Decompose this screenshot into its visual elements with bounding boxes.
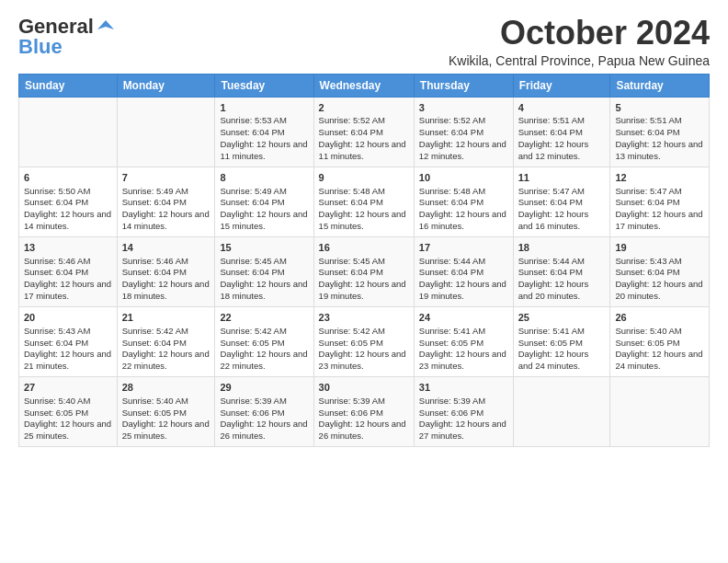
calendar-cell: 29Sunrise: 5:39 AMSunset: 6:06 PMDayligh… <box>215 376 313 446</box>
calendar-page: General Blue October 2024 Kwikila, Centr… <box>0 0 728 563</box>
day-number: 27 <box>24 381 112 395</box>
day-number: 31 <box>419 381 508 395</box>
day-number: 11 <box>518 171 606 185</box>
calendar-cell: 2Sunrise: 5:52 AMSunset: 6:04 PMDaylight… <box>313 97 414 167</box>
calendar-cell <box>117 97 215 167</box>
header-tuesday: Tuesday <box>215 74 313 97</box>
day-number: 19 <box>615 241 704 255</box>
calendar-week-5: 27Sunrise: 5:40 AMSunset: 6:05 PMDayligh… <box>19 376 710 446</box>
day-number: 6 <box>24 171 112 185</box>
day-number: 10 <box>419 171 508 185</box>
calendar-cell: 8Sunrise: 5:49 AMSunset: 6:04 PMDaylight… <box>215 167 313 236</box>
calendar-cell: 26Sunrise: 5:40 AMSunset: 6:05 PMDayligh… <box>610 306 710 376</box>
calendar-cell: 1Sunrise: 5:53 AMSunset: 6:04 PMDaylight… <box>215 97 313 167</box>
day-number: 2 <box>319 101 409 115</box>
day-number: 18 <box>518 241 606 255</box>
title-block: October 2024 Kwikila, Central Province, … <box>449 15 710 68</box>
day-number: 13 <box>24 241 112 255</box>
day-number: 28 <box>122 381 210 395</box>
day-number: 30 <box>319 381 409 395</box>
calendar-week-3: 13Sunrise: 5:46 AMSunset: 6:04 PMDayligh… <box>19 236 710 306</box>
calendar-cell: 21Sunrise: 5:42 AMSunset: 6:04 PMDayligh… <box>117 306 215 376</box>
calendar-cell: 19Sunrise: 5:43 AMSunset: 6:04 PMDayligh… <box>610 236 710 306</box>
day-number: 7 <box>122 171 210 185</box>
calendar-table: Sunday Monday Tuesday Wednesday Thursday… <box>18 74 710 447</box>
calendar-cell: 3Sunrise: 5:52 AMSunset: 6:04 PMDaylight… <box>414 97 513 167</box>
calendar-cell: 10Sunrise: 5:48 AMSunset: 6:04 PMDayligh… <box>414 167 513 236</box>
calendar-cell: 31Sunrise: 5:39 AMSunset: 6:06 PMDayligh… <box>414 376 513 446</box>
calendar-cell: 20Sunrise: 5:43 AMSunset: 6:04 PMDayligh… <box>19 306 118 376</box>
calendar-cell <box>19 97 118 167</box>
calendar-cell: 23Sunrise: 5:42 AMSunset: 6:05 PMDayligh… <box>313 306 414 376</box>
calendar-cell: 5Sunrise: 5:51 AMSunset: 6:04 PMDaylight… <box>610 97 710 167</box>
calendar-cell: 16Sunrise: 5:45 AMSunset: 6:04 PMDayligh… <box>313 236 414 306</box>
day-number: 25 <box>518 311 606 325</box>
calendar-cell <box>610 376 710 446</box>
calendar-week-1: 1Sunrise: 5:53 AMSunset: 6:04 PMDaylight… <box>19 97 710 167</box>
day-number: 16 <box>319 241 409 255</box>
day-number: 21 <box>122 311 210 325</box>
location: Kwikila, Central Province, Papua New Gui… <box>449 53 710 68</box>
calendar-cell: 25Sunrise: 5:41 AMSunset: 6:05 PMDayligh… <box>513 306 610 376</box>
day-number: 1 <box>220 101 308 115</box>
calendar-cell: 24Sunrise: 5:41 AMSunset: 6:05 PMDayligh… <box>414 306 513 376</box>
logo-bird-icon <box>96 17 116 37</box>
day-number: 29 <box>220 381 308 395</box>
calendar-cell: 15Sunrise: 5:45 AMSunset: 6:04 PMDayligh… <box>215 236 313 306</box>
calendar-cell: 13Sunrise: 5:46 AMSunset: 6:04 PMDayligh… <box>19 236 118 306</box>
calendar-cell: 18Sunrise: 5:44 AMSunset: 6:04 PMDayligh… <box>513 236 610 306</box>
calendar-cell: 17Sunrise: 5:44 AMSunset: 6:04 PMDayligh… <box>414 236 513 306</box>
logo: General Blue <box>18 15 116 59</box>
header-friday: Friday <box>513 74 610 97</box>
header: General Blue October 2024 Kwikila, Centr… <box>18 15 710 68</box>
svg-marker-0 <box>97 20 114 29</box>
calendar-cell <box>513 376 610 446</box>
day-number: 26 <box>615 311 704 325</box>
calendar-cell: 12Sunrise: 5:47 AMSunset: 6:04 PMDayligh… <box>610 167 710 236</box>
day-number: 9 <box>319 171 409 185</box>
calendar-cell: 6Sunrise: 5:50 AMSunset: 6:04 PMDaylight… <box>19 167 118 236</box>
day-number: 4 <box>518 101 606 115</box>
day-number: 22 <box>220 311 308 325</box>
calendar-week-4: 20Sunrise: 5:43 AMSunset: 6:04 PMDayligh… <box>19 306 710 376</box>
day-number: 15 <box>220 241 308 255</box>
calendar-cell: 27Sunrise: 5:40 AMSunset: 6:05 PMDayligh… <box>19 376 118 446</box>
header-thursday: Thursday <box>414 74 513 97</box>
header-sunday: Sunday <box>19 74 118 97</box>
calendar-cell: 28Sunrise: 5:40 AMSunset: 6:05 PMDayligh… <box>117 376 215 446</box>
calendar-cell: 22Sunrise: 5:42 AMSunset: 6:05 PMDayligh… <box>215 306 313 376</box>
day-number: 23 <box>319 311 409 325</box>
calendar-cell: 30Sunrise: 5:39 AMSunset: 6:06 PMDayligh… <box>313 376 414 446</box>
day-number: 24 <box>419 311 508 325</box>
header-saturday: Saturday <box>610 74 710 97</box>
calendar-cell: 9Sunrise: 5:48 AMSunset: 6:04 PMDaylight… <box>313 167 414 236</box>
day-number: 14 <box>122 241 210 255</box>
header-monday: Monday <box>117 74 215 97</box>
day-number: 5 <box>615 101 704 115</box>
weekday-header-row: Sunday Monday Tuesday Wednesday Thursday… <box>19 74 710 97</box>
calendar-cell: 7Sunrise: 5:49 AMSunset: 6:04 PMDaylight… <box>117 167 215 236</box>
calendar-cell: 4Sunrise: 5:51 AMSunset: 6:04 PMDaylight… <box>513 97 610 167</box>
calendar-cell: 11Sunrise: 5:47 AMSunset: 6:04 PMDayligh… <box>513 167 610 236</box>
logo-blue: Blue <box>18 35 63 59</box>
day-number: 8 <box>220 171 308 185</box>
day-number: 3 <box>419 101 508 115</box>
day-number: 17 <box>419 241 508 255</box>
calendar-cell: 14Sunrise: 5:46 AMSunset: 6:04 PMDayligh… <box>117 236 215 306</box>
month-title: October 2024 <box>449 15 710 52</box>
header-wednesday: Wednesday <box>313 74 414 97</box>
day-number: 12 <box>615 171 704 185</box>
day-number: 20 <box>24 311 112 325</box>
calendar-week-2: 6Sunrise: 5:50 AMSunset: 6:04 PMDaylight… <box>19 167 710 236</box>
